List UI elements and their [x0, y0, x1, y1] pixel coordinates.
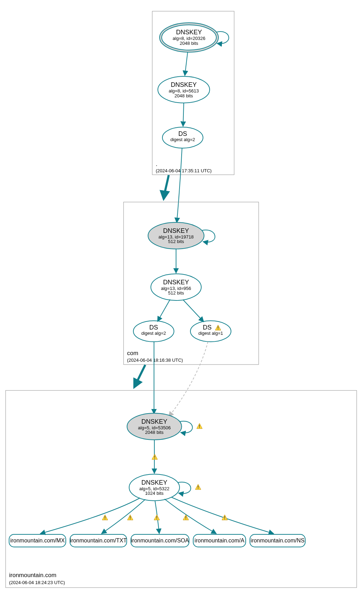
svg-text:DNSKEY: DNSKEY: [163, 279, 189, 286]
node-com-ds1: DS digest alg=2: [133, 321, 174, 342]
svg-text:512 bits: 512 bits: [168, 290, 184, 296]
record-soa: ironmountain.com/SOA: [131, 534, 189, 547]
record-ns: ironmountain.com/NS: [250, 534, 305, 547]
zone-ironmountain: ironmountain.com (2024-06-04 18:24:23 UT…: [6, 390, 357, 588]
zone-im-label: ironmountain.com: [9, 572, 56, 578]
zone-root-ts: (2024-06-04 17:35:11 UTC): [156, 168, 212, 173]
svg-text:digest alg=2: digest alg=2: [141, 331, 166, 336]
svg-text:DS: DS: [203, 324, 211, 331]
svg-text:alg=8, id=20326: alg=8, id=20326: [173, 36, 205, 41]
svg-text:DS: DS: [178, 130, 187, 137]
node-com-ksk: DNSKEY alg=13, id=19718 512 bits: [148, 222, 204, 249]
warning-icon: [127, 515, 133, 520]
zone-com-label: com: [127, 350, 138, 356]
warning-icon: [154, 515, 160, 520]
svg-text:1024 bits: 1024 bits: [145, 491, 164, 496]
zone-com: com (2024-06-04 18:16:38 UTC) DNSKEY alg…: [124, 202, 259, 365]
node-root-ksk: DNSKEY alg=8, id=20326 2048 bits: [160, 23, 218, 52]
svg-text:ironmountain.com/NS: ironmountain.com/NS: [251, 538, 304, 543]
warning-icon: [102, 515, 108, 520]
zone-root: . (2024-06-04 17:35:11 UTC) DNSKEY alg=8…: [152, 11, 234, 175]
svg-text:digest alg=1: digest alg=1: [198, 331, 223, 336]
zone-root-label: .: [156, 161, 158, 167]
svg-text:2048 bits: 2048 bits: [175, 93, 193, 98]
warning-icon: [197, 423, 202, 429]
svg-text:digest alg=2: digest alg=2: [170, 137, 195, 142]
warning-icon: [152, 454, 158, 460]
node-root-zsk: DNSKEY alg=8, id=5613 2048 bits: [158, 76, 210, 103]
svg-text:DNSKEY: DNSKEY: [171, 81, 197, 88]
record-a: ironmountain.com/A: [193, 534, 246, 547]
svg-text:2048 bits: 2048 bits: [145, 430, 164, 435]
dnssec-chain-diagram: ! . (2024-06-04 17:35:11 UTC) DNSKEY alg…: [0, 0, 364, 610]
zone-com-ts: (2024-06-04 18:16:38 UTC): [127, 358, 183, 363]
svg-text:512 bits: 512 bits: [168, 239, 184, 244]
svg-text:DNSKEY: DNSKEY: [176, 29, 202, 36]
svg-text:ironmountain.com/SOA: ironmountain.com/SOA: [131, 538, 189, 543]
edge-root-to-com-deleg: [164, 175, 169, 198]
edge-com-to-im-deleg: [135, 365, 145, 386]
svg-text:DNSKEY: DNSKEY: [163, 227, 189, 234]
edge-root-ds-to-com-ksk: [177, 148, 182, 223]
node-com-zsk: DNSKEY alg=13, id=956 512 bits: [151, 274, 201, 300]
svg-text:DS: DS: [149, 324, 158, 331]
zone-im-ts: (2024-06-04 18:24:23 UTC): [9, 580, 65, 585]
node-com-ds2: DS digest alg=1: [190, 321, 231, 342]
svg-text:ironmountain.com/A: ironmountain.com/A: [195, 538, 245, 543]
svg-text:ironmountain.com/TXT: ironmountain.com/TXT: [70, 538, 127, 543]
svg-text:alg=8, id=5613: alg=8, id=5613: [169, 88, 199, 93]
record-txt: ironmountain.com/TXT: [70, 534, 127, 547]
warning-icon: [195, 484, 201, 490]
svg-text:DNSKEY: DNSKEY: [141, 418, 167, 425]
record-mx: ironmountain.com/MX: [9, 534, 66, 547]
svg-text:ironmountain.com/MX: ironmountain.com/MX: [10, 538, 65, 543]
edge-com-ds2-to-im-ksk: [169, 342, 208, 417]
svg-rect-29: [6, 390, 357, 588]
node-im-zsk: DNSKEY alg=5, id=5322 1024 bits: [129, 474, 180, 501]
svg-text:2048 bits: 2048 bits: [180, 41, 198, 46]
node-im-ksk: DNSKEY alg=5, id=53506 2048 bits: [127, 413, 182, 440]
node-root-ds: DS digest alg=2: [162, 127, 203, 148]
svg-text:DNSKEY: DNSKEY: [141, 479, 167, 486]
